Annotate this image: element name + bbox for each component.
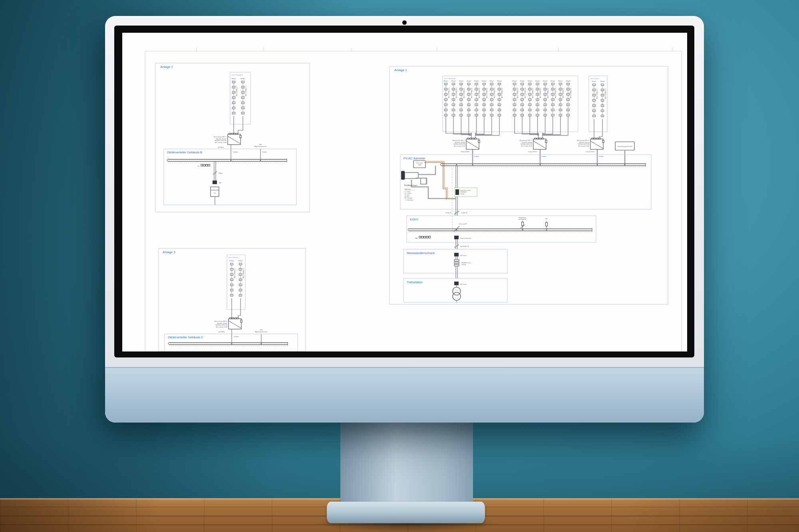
busbars [167, 159, 646, 346]
switch-label: trennbar 3p [461, 212, 467, 214]
svg-text:21x PV-Modul 440 Wp: 21x PV-Modul 440 Wp [463, 88, 465, 98]
svg-text:String 3: String 3 [459, 80, 464, 82]
panel-title: Anlage 2 [160, 65, 173, 69]
svg-text:AC-Leistung: 10 kW: AC-Leistung: 10 kW [216, 326, 227, 328]
pruefklemmen-label: Prüfklemmen [404, 184, 417, 187]
sls-device [211, 187, 219, 197]
trafo-box: Trafostation NH-Trenner 20 kV 0,4 kV [403, 278, 507, 302]
feeder-label: Netz [260, 329, 263, 331]
svg-text:String 7: String 7 [489, 80, 494, 82]
fuse-label: gG 25A 3p [218, 147, 224, 148]
svg-text:SUN2000-10KTL-M1: SUN2000-10KTL-M1 [215, 324, 227, 326]
svg-text:Kabel-Übergangskasten KÜK: Kabel-Übergangskasten KÜK [617, 146, 632, 147]
svg-text:20 kV: 20 kV [455, 290, 458, 291]
distribution-title: Zählerverteiler Gebäude C [168, 335, 203, 339]
svg-text:String 6: String 6 [551, 80, 555, 82]
svg-text:String 2: String 2 [238, 260, 243, 262]
svg-text:SUN2000-30KTL-M3: SUN2000-30KTL-M3 [453, 143, 465, 145]
svg-text:3000A: 3000A [418, 164, 421, 166]
distribution-box-gebaeude-b: Zählerverteiler Gebäude B PV 63A 3p [164, 149, 296, 205]
svg-text:Leitung 5x16mm²: Leitung 5x16mm² [586, 151, 595, 153]
nh-trenner-icon [454, 282, 459, 285]
svg-text:Wechselrichter WR 1.2: Wechselrichter WR 1.2 [519, 140, 532, 141]
svg-text:250/5 A: 250/5 A [460, 193, 464, 195]
svg-text:14x PV-Modul 440 Wp: 14x PV-Modul 440 Wp [234, 268, 235, 278]
svg-text:String 1: String 1 [592, 81, 596, 82]
screen-bezel: Anlage 2 Dach Gebäude B Wechselrichter W… [114, 26, 694, 357]
feeder-label: Allgemeinverbraucher [255, 331, 268, 333]
trafo-title: Trafostation [407, 280, 422, 284]
device-label: SLS [214, 193, 216, 194]
svg-text:Netz: Netz [545, 218, 548, 220]
roof-title: Dach Carport [590, 78, 599, 79]
fuse-label: gG 25A 3p [219, 331, 225, 333]
svg-text:Leitung 5x16mm²: Leitung 5x16mm² [461, 151, 470, 153]
cable-label: 5x16mm² [262, 151, 267, 153]
tap-hauptleitung: Hauptleitungs- abzweigklemme [519, 217, 527, 229]
legend-heading: Aderfarben [405, 189, 411, 190]
svg-text:String 7: String 7 [558, 80, 563, 82]
svg-text:21x PV-Modul 440 Wp: 21x PV-Modul 440 Wp [547, 88, 549, 98]
svg-text:String 2: String 2 [520, 80, 525, 82]
svg-text:SUN2000-10KTL-M1: SUN2000-10KTL-M1 [215, 140, 227, 141]
svg-text:Hersteller: Huawei: Hersteller: Huawei [217, 323, 227, 324]
ct-label: Wandlermessung [461, 262, 471, 264]
svg-text:21x PV-Modul 440 Wp: 21x PV-Modul 440 Wp [555, 88, 556, 98]
switch-label: abschließbar 3p [460, 246, 469, 247]
imac-stand-neck [340, 409, 473, 509]
smart-power-sensor: Smart Power Sensor DTSU666-H 250/5 A [455, 188, 477, 197]
svg-text:21x PV-Modul 440 Wp: 21x PV-Modul 440 Wp [570, 88, 571, 98]
svg-text:Wechselrichter WR 1.3: Wechselrichter WR 1.3 [576, 140, 589, 141]
cable-label: 5x16mm² [599, 156, 604, 157]
svg-text:String 4: String 4 [535, 80, 540, 82]
svg-text:String 5: String 5 [543, 80, 548, 82]
cable-label: 5x16mm² [474, 156, 479, 157]
roof-box-main [443, 76, 578, 132]
pvac-title: PV-AC Sammler [403, 157, 425, 160]
nh-label: NH-Trenner [460, 284, 467, 285]
roof-title: Dach Gebäude C [229, 257, 240, 258]
feed-label: Einspeisung PV [459, 223, 467, 225]
svg-text:21x PV-Modul 440 Wp: 21x PV-Modul 440 Wp [532, 88, 533, 98]
legend-item: 1 - Datenleitung [405, 199, 413, 201]
svg-text:AC-Leistung: 30 kW: AC-Leistung: 30 kW [521, 145, 532, 147]
svg-text:String 1: String 1 [512, 80, 517, 82]
switch-label: trennbar 3p [445, 212, 452, 214]
terminal-row [201, 165, 210, 167]
svg-text:String 2: String 2 [240, 78, 245, 79]
svg-text:abzweigklemme: abzweigklemme [519, 218, 527, 220]
svg-text:21x PV-Modul 440 Wp: 21x PV-Modul 440 Wp [493, 88, 495, 98]
svg-text:String 2: String 2 [600, 81, 605, 82]
svg-text:21x PV-Modul 440 Wp: 21x PV-Modul 440 Wp [478, 88, 480, 98]
svg-text:String 1: String 1 [231, 78, 236, 79]
inverter-wr31: Wechselrichter WR 3.1 Hersteller: Huawei… [214, 321, 227, 328]
cable-label: 5x16mm² [542, 156, 547, 157]
svg-text:14x PV-Modul 440 Wp: 14x PV-Modul 440 Wp [596, 89, 598, 99]
svg-text:AC-Leistung: 30 kW: AC-Leistung: 30 kW [454, 145, 465, 147]
svg-text:14x PV-Modul 440 Wp: 14x PV-Modul 440 Wp [242, 268, 244, 278]
svg-text:21x PV-Modul 440 Wp: 21x PV-Modul 440 Wp [448, 88, 449, 98]
svg-text:String 8: String 8 [497, 80, 502, 82]
svg-text:AC-Leistung: 30 kW: AC-Leistung: 30 kW [578, 145, 589, 147]
tap-netz: Netz [545, 218, 548, 229]
svg-text:21x PV-Modul 440 Wp: 21x PV-Modul 440 Wp [539, 88, 541, 98]
panel-anlage-1: Anlage 1 Dach Gebäude A Dach Carport Wec… [390, 66, 668, 304]
svg-text:String 4: String 4 [467, 80, 471, 82]
switch-icon [213, 171, 217, 175]
svg-text:21x PV-Modul 440 Wp: 21x PV-Modul 440 Wp [501, 88, 503, 98]
screen-content: Anlage 2 Dach Gebäude B Wechselrichter W… [122, 33, 687, 351]
transformer-icon: 20 kV 0,4 kV [453, 287, 461, 300]
svg-text:Smart Logger: Smart Logger [416, 162, 423, 164]
panel-title: Anlage 3 [163, 250, 175, 254]
meter-label: Zweirichtungszähler [460, 238, 471, 239]
svg-text:String 6: String 6 [482, 80, 487, 82]
meter-icon [454, 236, 459, 239]
svg-text:21x PV-Modul 440 Wp: 21x PV-Modul 440 Wp [455, 88, 457, 98]
egkv-title: EGKV [410, 218, 418, 221]
svg-text:SUN2000-30KTL-M3: SUN2000-30KTL-M3 [578, 143, 589, 145]
svg-text:String 8: String 8 [566, 80, 570, 82]
svg-text:String 2: String 2 [451, 80, 456, 82]
svg-text:String 1: String 1 [443, 80, 448, 82]
meter-label: kWh [219, 182, 222, 184]
imac-chin [105, 367, 704, 423]
